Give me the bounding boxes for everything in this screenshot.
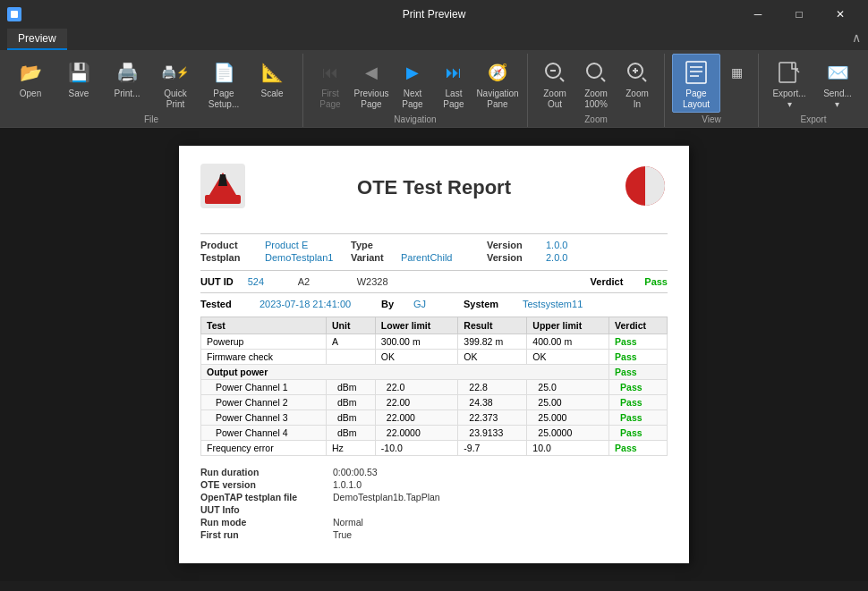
type-label: Type [351,240,387,250]
test-upper: 25.00 [527,395,609,410]
footer-label: OTE version [200,479,326,490]
test-upper: OK [527,350,609,365]
test-result: OK [458,350,527,365]
page-setup-label: Page Setup... [203,89,244,110]
zoom-out-button[interactable]: ZoomOut [535,54,574,113]
open-label: Open [20,89,41,99]
w2328-value: W2328 [357,276,576,287]
ribbon-collapse-icon[interactable]: ∧ [852,30,861,45]
test-upper: 25.0 [527,380,609,395]
svg-line-6 [601,78,605,81]
svg-rect-15 [779,63,796,82]
version2-value: 2.0.0 [546,252,567,263]
open-icon: 📂 [16,58,45,87]
version1-value: 1.0.0 [546,240,567,250]
variant-label: Variant [351,252,387,263]
metadata-section: Product Product E Type Version 1.0.0 Tes… [200,240,668,263]
footer-row: Run duration 0:00:00.53 [200,467,668,477]
test-name: Power Channel 3 [201,410,327,426]
preview-page: OTE Test Report Product Product E Type V… [179,146,689,563]
col-result: Result [458,317,527,334]
uut-divider [200,270,668,271]
export-button[interactable]: Export...▾ [766,54,813,113]
footer-value: DemoTestplan1b.TapPlan [333,492,440,502]
test-unit: Hz [326,441,375,456]
test-lower: 22.0 [375,380,458,395]
first-page-icon: ⏮ [316,58,345,87]
prev-page-button[interactable]: ◀ PreviousPage [352,54,391,113]
product-value: Product E [265,240,336,250]
footer-row: Run mode Normal [200,517,668,528]
nav-pane-button[interactable]: 🧭 NavigationPane [475,54,520,113]
ribbon-group-export: Export...▾ ✉️ Send...▾ Export [766,54,868,127]
tested-divider [200,292,668,293]
ribbon-group-zoom: ZoomOut Zoom100% ZoomIn Zoom [535,54,665,127]
next-page-button[interactable]: ▶ NextPage [393,54,432,113]
footer-metadata: Run duration 0:00:00.53 OTE version 1.0.… [200,467,668,540]
ribbon-group-file-items: 📂 Open 💾 Save 🖨️ Print... 🖨️⚡ Quick Prin… [7,54,295,113]
testplan-value: DemoTestplan1 [265,252,336,263]
by-value: GJ [413,299,449,309]
ribbon-group-view: PageLayout ▦ View [672,54,759,127]
table-row: Power Channel 3 dBm 22.000 22.373 25.000… [201,410,668,426]
first-page-button[interactable]: ⏮ FirstPage [311,54,350,113]
left-logo [200,164,245,212]
test-lower: OK [375,350,458,365]
test-upper: 400.00 m [527,334,609,350]
a2-value: A2 [298,276,343,287]
test-result: 399.82 m [458,334,527,350]
maximize-button[interactable]: □ [779,0,820,29]
zoom-in-label: ZoomIn [625,89,649,110]
test-verdict: Pass [609,410,668,426]
footer-value: Normal [333,517,363,528]
test-unit: dBm [326,410,375,426]
last-page-button[interactable]: ⏭ LastPage [434,54,473,113]
zoom-100-icon [582,58,610,87]
ribbon-group-nav-items: ⏮ FirstPage ◀ PreviousPage ▶ NextPage ⏭ … [311,54,520,113]
save-button[interactable]: 💾 Save [55,54,102,107]
ribbon: Preview ∧ 📂 Open 💾 Save 🖨️ Print... [0,29,868,128]
quick-print-button[interactable]: 🖨️⚡ Quick Print [152,54,199,113]
last-page-icon: ⏭ [439,58,468,87]
system-label: System [464,299,508,309]
ribbon-group-zoom-items: ZoomOut Zoom100% ZoomIn [535,54,657,113]
verdict-label: Verdict [591,276,624,287]
type-value [401,240,472,250]
test-name: Output power [201,365,609,380]
col-verdict: Verdict [609,317,668,334]
minimize-button[interactable]: ─ [737,0,779,29]
footer-row: OTE version 1.0.1.0 [200,479,668,490]
next-page-label: NextPage [402,89,422,110]
version1-label: Version [487,240,532,250]
scale-icon: 📐 [258,58,286,87]
quick-print-icon: 🖨️⚡ [161,58,190,87]
zoom-in-button[interactable]: ZoomIn [617,54,657,113]
close-button[interactable]: ✕ [820,0,861,29]
view-extra-button[interactable]: ▦ [722,54,751,107]
tab-preview[interactable]: Preview [7,29,67,50]
page-layout-button[interactable]: PageLayout [672,54,720,113]
test-lower: 22.000 [375,410,458,426]
prev-page-icon: ◀ [357,58,386,87]
col-test: Test [201,317,327,334]
send-button[interactable]: ✉️ Send...▾ [814,54,861,113]
report-header: OTE Test Report [200,164,668,219]
ribbon-group-navigation: ⏮ FirstPage ◀ PreviousPage ▶ NextPage ⏭ … [311,54,528,127]
scale-button[interactable]: 📐 Scale [249,54,295,107]
nav-pane-icon: 🧭 [483,58,512,87]
uut-row: UUT ID 524 A2 W2328 Verdict Pass [200,276,668,287]
zoom-100-button[interactable]: Zoom100% [576,54,616,113]
test-lower: 300.00 m [375,334,458,350]
test-unit [326,350,375,365]
page-setup-button[interactable]: 📄 Page Setup... [200,54,247,113]
quick-print-label: Quick Print [155,89,196,110]
open-button[interactable]: 📂 Open [7,54,54,107]
test-verdict: Pass [609,395,668,410]
ribbon-tabs: Preview ∧ [0,29,868,50]
print-button[interactable]: 🖨️ Print... [104,54,150,107]
print-icon: 🖨️ [113,58,141,87]
test-verdict: Pass [609,334,668,350]
zoom-100-label: Zoom100% [584,89,608,110]
variant-value: ParentChild [401,252,472,263]
window-controls[interactable]: ─ □ ✕ [737,0,861,29]
